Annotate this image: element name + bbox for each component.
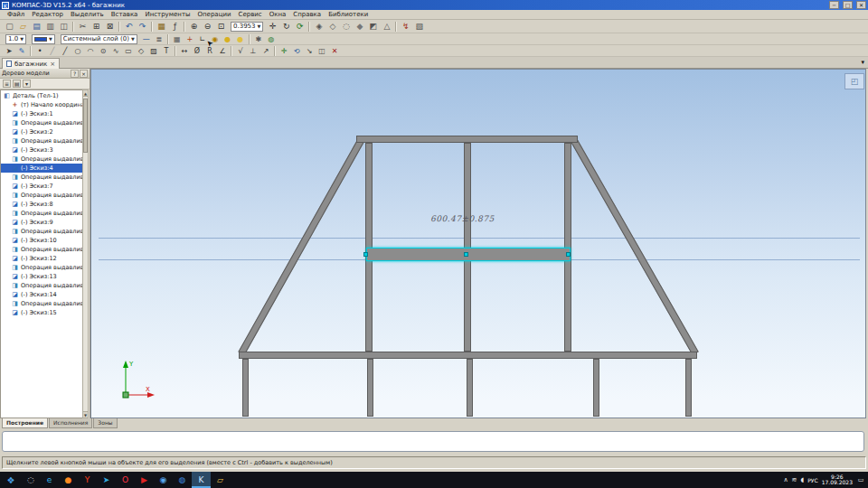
tree-item[interactable]: Операция выдавливания [1, 263, 82, 272]
zoom-out-button[interactable]: ⊖ [201, 21, 214, 33]
selection-handle[interactable] [464, 252, 468, 257]
tree-item[interactable]: Операция выдавливания [1, 191, 82, 200]
tree-item[interactable]: (-) Эскиз:4 [1, 164, 82, 173]
tree-item[interactable]: (-) Эскиз:14 [1, 290, 82, 299]
separator[interactable] [151, 22, 153, 32]
cut-button[interactable]: ✂ [76, 21, 90, 33]
angle-dimension-button[interactable]: ∠ [216, 45, 229, 57]
taskbar-edge[interactable]: e [40, 472, 59, 488]
variables-button[interactable]: ƒ [168, 21, 182, 33]
pointer-button[interactable]: ➤ [3, 45, 15, 57]
separator[interactable] [231, 46, 232, 56]
tree-item[interactable]: Операция выдавливания [1, 118, 82, 127]
separator[interactable] [72, 22, 74, 32]
tree-item[interactable]: (-) Эскиз:10 [1, 236, 82, 245]
leader-button[interactable]: ↗ [259, 45, 272, 57]
roughness-button[interactable]: √ [234, 45, 247, 57]
tree-item[interactable]: (-) Эскиз:2 [1, 127, 82, 136]
zoom-in-button[interactable]: ⊕ [187, 21, 201, 33]
wireframe-button[interactable]: ◇ [326, 21, 339, 33]
scale-button[interactable]: ↘ [303, 45, 316, 57]
separator[interactable] [184, 22, 185, 32]
auxiliary-line-button[interactable]: ╱ [46, 45, 59, 57]
frame-leg[interactable] [467, 359, 473, 417]
menu-item[interactable]: Редактор [28, 11, 67, 18]
close-button[interactable]: ✕ [856, 1, 866, 9]
new-document-button[interactable]: ▢ [3, 21, 16, 33]
linear-dimension-button[interactable]: ↔ [178, 45, 191, 57]
menu-item[interactable]: Сервис [235, 11, 266, 18]
undo-button[interactable]: ↶ [122, 21, 136, 33]
tree-view-button[interactable]: ▤ [13, 80, 21, 88]
line-segment-button[interactable]: ╱ [59, 45, 71, 57]
taskbar-telegram[interactable]: ➤ [97, 472, 116, 488]
layer-combo[interactable]: Системный слой (0) ▼ [61, 34, 137, 44]
tree-item[interactable]: Операция выдавливания [1, 299, 82, 308]
taskbar-clock[interactable]: 9:26 17.09.2023 [822, 474, 853, 486]
tree-item[interactable]: (-) Эскиз:12 [1, 254, 82, 263]
menu-item[interactable]: Файл [4, 11, 28, 18]
frame-leg[interactable] [242, 359, 249, 417]
ellipse-button[interactable]: ⊙ [97, 45, 109, 57]
orientation-widget[interactable]: ◰ [844, 73, 864, 89]
shaded-button[interactable]: ◆ [353, 21, 366, 33]
frame-leg[interactable] [367, 359, 373, 417]
tree-item[interactable]: (-) Эскиз:8 [1, 200, 82, 209]
menu-item[interactable]: Операции [194, 11, 235, 18]
tree-item[interactable]: (-) Эскиз:3 [1, 145, 82, 155]
tree-item[interactable]: Операция выдавливания [1, 281, 82, 290]
tray-expand-icon[interactable]: ∧ [783, 476, 788, 483]
tree-item[interactable]: Операция выдавливания [1, 227, 82, 236]
arc-button[interactable]: ◠ [84, 45, 97, 57]
tree-item[interactable]: Деталь (Тел-1) [1, 91, 82, 100]
tree-item[interactable]: (-) Эскиз:1 [1, 109, 82, 118]
separator[interactable] [395, 22, 397, 32]
print-button[interactable]: ▥ [43, 21, 57, 33]
panel-close-button[interactable]: × [80, 70, 88, 78]
highlight-button[interactable]: ● [234, 33, 247, 45]
taskbar-browser[interactable]: ◍ [173, 472, 192, 488]
frame-right-brace[interactable] [571, 137, 699, 355]
menu-item[interactable]: Выделить [67, 11, 108, 18]
sketch-mode-button[interactable]: ✎ [15, 45, 28, 57]
tree-structure-button[interactable]: ≡ [3, 80, 11, 88]
mode-tab[interactable]: Исполнения [49, 418, 92, 428]
taskbar-yandex[interactable]: Y [78, 472, 97, 488]
grid-button[interactable]: ▦ [171, 33, 184, 45]
toolbar-overflow-icon[interactable]: ▾ [861, 59, 864, 66]
dimension-label[interactable]: 600.47±0.875 [430, 214, 495, 223]
menu-item[interactable]: Окна [266, 11, 290, 18]
paste-button[interactable]: ⊠ [103, 21, 117, 33]
rotate-view-button[interactable]: ↻ [279, 21, 293, 33]
frame-leg[interactable] [685, 359, 692, 417]
zoom-scale-combo[interactable]: 0.3953 ▼ [231, 22, 263, 32]
refresh-button[interactable]: ⟳ [293, 21, 307, 33]
taskbar-explorer[interactable]: ▱ [211, 472, 230, 488]
rotate-button[interactable]: ⟲ [290, 45, 303, 57]
spline-button[interactable]: ∿ [109, 45, 122, 57]
network-icon[interactable]: ≋ [792, 476, 797, 483]
library-manager-button[interactable]: ▦ [155, 21, 168, 33]
local-cs-button[interactable]: + [184, 33, 196, 45]
zoom-window-button[interactable]: ⊡ [214, 21, 228, 33]
line-style-button[interactable]: — [140, 33, 153, 45]
tree-item[interactable]: Операция выдавливания [1, 155, 82, 164]
rectangle-button[interactable]: ▭ [122, 45, 135, 57]
scrollbar-thumb[interactable] [83, 99, 88, 153]
rounding-button[interactable]: ● [222, 33, 234, 45]
mirror-button[interactable]: ◫ [316, 45, 328, 57]
line-color-combo[interactable]: ▼ [32, 34, 55, 44]
delete-button[interactable]: ✕ [328, 45, 341, 57]
mode-tab[interactable]: Зоны [93, 418, 117, 428]
selection-handle[interactable] [363, 252, 368, 257]
menu-item[interactable]: Справка [289, 11, 325, 18]
rebuild-button[interactable]: ↯ [399, 21, 412, 33]
print-preview-button[interactable]: ◫ [57, 21, 71, 33]
tree-filter-button[interactable]: ▾ [23, 80, 31, 88]
perspective-button[interactable]: △ [380, 21, 393, 33]
menu-item[interactable]: Библиотеки [325, 11, 372, 18]
taskbar-youtube[interactable]: ▶ [135, 472, 154, 488]
frame-bottom-rail[interactable] [239, 352, 697, 359]
separator[interactable] [175, 46, 176, 56]
tree-item[interactable]: Операция выдавливания [1, 245, 82, 254]
